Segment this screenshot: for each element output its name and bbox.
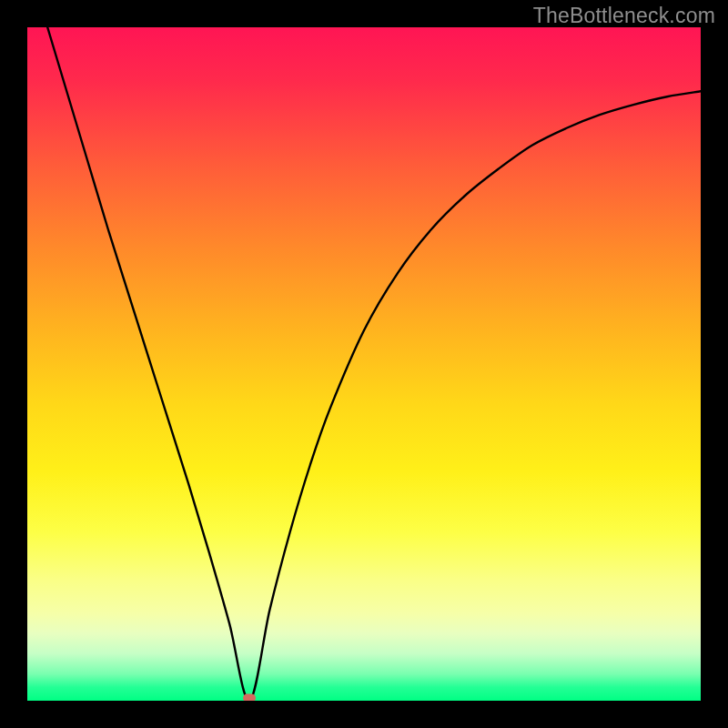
optimal-point-marker (243, 694, 256, 702)
chart-frame: TheBottleneck.com (0, 0, 728, 728)
curve-svg (27, 27, 701, 701)
bottleneck-curve-line (27, 27, 701, 701)
plot-area (27, 27, 701, 701)
watermark-text: TheBottleneck.com (533, 4, 715, 28)
